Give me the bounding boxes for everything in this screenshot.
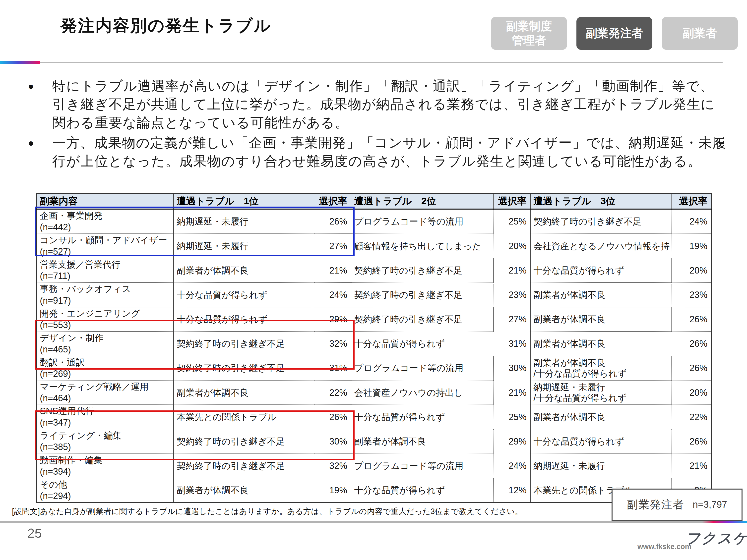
table-row: 動画制作・編集 (n=394)契約終了時の引き継ぎ不足32%プログラムコード等の… <box>36 454 712 478</box>
table-row: マーケティング戦略／運用 (n=464)副業者が体調不良22%会社資産ノウハウの… <box>36 380 712 405</box>
footer-divider-line <box>0 521 747 523</box>
question-note: [設問文]あなた自身が副業者に関するトラブルに遭遇したことはありますか。ある方は… <box>12 506 523 517</box>
trouble-cell: 本業先との関係トラブル <box>174 405 314 429</box>
pct-cell: 12% <box>493 478 531 503</box>
pct-cell: 31% <box>314 356 351 380</box>
pct-cell: 20% <box>671 258 712 283</box>
pct-cell: 19% <box>671 234 712 258</box>
trouble-cell: プログラムコード等の流用 <box>351 356 493 380</box>
pct-cell: 25% <box>493 209 531 234</box>
page-title: 発注内容別の発生トラブル <box>60 15 272 37</box>
tab-fukugyo-orderer[interactable]: 副業発注者 <box>576 17 652 50</box>
trouble-cell: 十分な品質が得られず <box>351 331 493 356</box>
trouble-cell: 十分な品質が得られず <box>531 258 671 283</box>
title-accent-line <box>0 61 40 64</box>
trouble-cell: 副業者が体調不良 <box>531 283 671 307</box>
table-header-cell: 遭遇トラブル 3位 <box>531 193 671 209</box>
footer-url: www.fkske.com <box>638 542 692 551</box>
table-header-cell: 遭遇トラブル 2位 <box>351 193 493 209</box>
category-cell: 開発・エンジニアリング (n=553) <box>36 307 174 331</box>
pct-cell: 24% <box>314 283 351 307</box>
trouble-cell: 十分な品質が得られず <box>531 429 671 453</box>
table-row: 営業支援／営業代行 (n=711)副業者が体調不良21%契約終了時の引き継ぎ不足… <box>36 258 712 283</box>
tab-fukugyo-worker[interactable]: 副業者 <box>662 17 738 50</box>
trouble-cell: 契約終了時の引き継ぎ不足 <box>531 209 671 234</box>
table-row: その他 (n=294)副業者が体調不良19%十分な品質が得られず12%本業先との… <box>36 478 712 503</box>
category-cell: 動画制作・編集 (n=394) <box>36 454 174 478</box>
pct-cell: 30% <box>493 356 531 380</box>
pct-cell: 26% <box>671 356 712 380</box>
pct-cell: 20% <box>493 234 531 258</box>
bullet-text: 一方、成果物の定義が難しい「企画・事業開発」「コンサル・顧問・アドバイザー」では… <box>52 134 727 170</box>
trouble-cell: 会社資産ノウハウの持出し <box>351 380 493 405</box>
bullet-text: 特にトラブル遭遇率が高いのは「デザイン・制作」「翻訳・通訳」「ライティング」「動… <box>52 77 727 132</box>
troubles-table: 副業内容遭遇トラブル 1位選択率遭遇トラブル 2位選択率遭遇トラブル 3位選択率… <box>36 193 712 503</box>
category-cell: デザイン・制作 (n=465) <box>36 331 174 356</box>
trouble-cell: 契約終了時の引き継ぎ不足 <box>174 429 314 453</box>
category-cell: マーケティング戦略／運用 (n=464) <box>36 380 174 405</box>
trouble-cell: 契約終了時の引き継ぎ不足 <box>351 283 493 307</box>
trouble-cell: 契約終了時の引き継ぎ不足 <box>351 258 493 283</box>
trouble-cell: 納期遅延・未履行 <box>531 454 671 478</box>
trouble-cell: 納期遅延・未履行 <box>174 234 314 258</box>
trouble-cell: 副業者が体調不良 <box>174 380 314 405</box>
pct-cell: 26% <box>671 429 712 453</box>
table-row: コンサル・顧問・アドバイザー (n=527)納期遅延・未履行27%顧客情報を持ち… <box>36 234 712 258</box>
trouble-cell: 副業者が体調不良 <box>531 331 671 356</box>
sample-n-value: n=3,797 <box>693 499 727 510</box>
pct-cell: 21% <box>671 454 712 478</box>
table-row: 事務・バックオフィス (n=917)十分な品質が得られず24%契約終了時の引き継… <box>36 283 712 307</box>
table-row: 企画・事業開発 (n=442)納期遅延・未履行26%プログラムコード等の流用25… <box>36 209 712 234</box>
pct-cell: 22% <box>314 380 351 405</box>
trouble-cell: 副業者が体調不良 <box>531 405 671 429</box>
table-row: 翻訳・通訳 (n=269)契約終了時の引き継ぎ不足31%プログラムコード等の流用… <box>36 356 712 380</box>
tab-fukugyo-system-manager[interactable]: 副業制度 管理者 <box>491 17 567 50</box>
pct-cell: 21% <box>493 258 531 283</box>
trouble-cell: 納期遅延・未履行 /十分な品質が得られず <box>531 380 671 405</box>
category-cell: ライティング・編集 (n=385) <box>36 429 174 453</box>
trouble-cell: 顧客情報を持ち出してしまった <box>351 234 493 258</box>
bullet-item: ● 特にトラブル遭遇率が高いのは「デザイン・制作」「翻訳・通訳」「ライティング」… <box>28 77 727 132</box>
trouble-cell: 契約終了時の引き継ぎ不足 <box>351 307 493 331</box>
pct-cell: 32% <box>314 454 351 478</box>
bullet-icon: ● <box>28 134 52 170</box>
trouble-cell: 十分な品質が得られず <box>351 405 493 429</box>
pct-cell: 32% <box>314 331 351 356</box>
trouble-cell: 会社資産となるノウハウ情報を持 <box>531 234 671 258</box>
pct-cell: 25% <box>493 405 531 429</box>
bullet-item: ● 一方、成果物の定義が難しい「企画・事業開発」「コンサル・顧問・アドバイザー」… <box>28 134 727 170</box>
trouble-cell: 十分な品質が得られず <box>174 283 314 307</box>
audience-tabs: 副業制度 管理者 副業発注者 副業者 <box>491 17 738 50</box>
table-row: ライティング・編集 (n=385)契約終了時の引き継ぎ不足30%副業者が体調不良… <box>36 429 712 453</box>
troubles-table-wrap: 副業内容遭遇トラブル 1位選択率遭遇トラブル 2位選択率遭遇トラブル 3位選択率… <box>36 193 713 503</box>
table-header-row: 副業内容遭遇トラブル 1位選択率遭遇トラブル 2位選択率遭遇トラブル 3位選択率 <box>36 193 712 209</box>
category-cell: 営業支援／営業代行 (n=711) <box>36 258 174 283</box>
trouble-cell: 納期遅延・未履行 <box>174 209 314 234</box>
pct-cell: 26% <box>671 307 712 331</box>
trouble-cell: 契約終了時の引き継ぎ不足 <box>174 331 314 356</box>
pct-cell: 24% <box>493 454 531 478</box>
trouble-cell: 副業者が体調不良 <box>351 429 493 453</box>
pct-cell: 31% <box>493 331 531 356</box>
pct-cell: 21% <box>493 380 531 405</box>
category-cell: 企画・事業開発 (n=442) <box>36 209 174 234</box>
trouble-cell: 十分な品質が得られず <box>174 307 314 331</box>
summary-bullets: ● 特にトラブル遭遇率が高いのは「デザイン・制作」「翻訳・通訳」「ライティング」… <box>28 77 727 172</box>
trouble-cell: 副業者が体調不良 /十分な品質が得られず <box>531 356 671 380</box>
table-row: 開発・エンジニアリング (n=553)十分な品質が得られず29%契約終了時の引き… <box>36 307 712 331</box>
pct-cell: 22% <box>671 405 712 429</box>
trouble-cell: 契約終了時の引き継ぎ不足 <box>174 454 314 478</box>
table-header-cell: 選択率 <box>314 193 351 209</box>
table-header-cell: 遭遇トラブル 1位 <box>174 193 314 209</box>
trouble-cell: 十分な品質が得られず <box>351 478 493 503</box>
pct-cell: 26% <box>314 209 351 234</box>
category-cell: その他 (n=294) <box>36 478 174 503</box>
category-cell: 翻訳・通訳 (n=269) <box>36 356 174 380</box>
trouble-cell: 副業者が体調不良 <box>174 258 314 283</box>
pct-cell: 21% <box>314 258 351 283</box>
category-cell: SNS運用代行 (n=347) <box>36 405 174 429</box>
title-divider-line <box>40 62 723 63</box>
pct-cell: 23% <box>671 283 712 307</box>
trouble-cell: 副業者が体調不良 <box>531 307 671 331</box>
pct-cell: 20% <box>671 380 712 405</box>
